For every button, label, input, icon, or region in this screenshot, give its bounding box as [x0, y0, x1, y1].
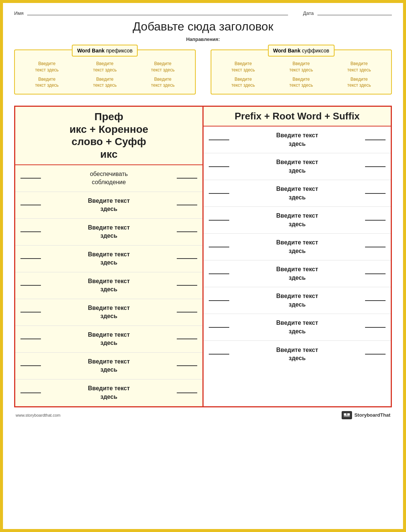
left-panel-header: Префикс + Коренноеслово + Суффикс: [15, 107, 202, 165]
left-word-3: Введите текстздесь: [42, 250, 175, 267]
left-row-4: Введите текстздесь: [15, 272, 202, 299]
right-word-2: Введите текстздесь: [231, 185, 364, 202]
main-content: Префикс + Коренноеслово + Суффикс обеспе…: [14, 106, 392, 407]
right-row-7: Введите текстздесь: [204, 314, 391, 341]
directions-label: Направления:: [186, 36, 220, 42]
right-word-6: Введите текстздесь: [231, 292, 364, 309]
left-row-1: Введите текстздесь: [15, 192, 202, 219]
prefix-cell-0: Введитетекст здесь: [19, 61, 75, 73]
right-word-0: Введите текстздесь: [231, 131, 364, 148]
left-line-7b: [177, 365, 197, 366]
left-line-8a: [20, 392, 41, 393]
right-line-7b: [365, 327, 386, 328]
left-row-3: Введите текстздесь: [15, 246, 202, 272]
right-row-0: Введите текстздесь: [204, 126, 391, 153]
prefix-bank-rest: префиксов: [105, 48, 132, 54]
left-row-5: Введите текстздесь: [15, 299, 202, 326]
left-word-5: Введите текстздесь: [42, 304, 175, 321]
right-line-8a: [209, 354, 229, 355]
right-line-3b: [365, 220, 386, 221]
right-line-6b: [365, 300, 386, 301]
right-line-8b: [365, 354, 386, 355]
left-row-7: Введите текстздесь: [15, 353, 202, 379]
name-line: [27, 15, 288, 15]
right-word-7: Введите текстздесь: [231, 319, 364, 336]
footer-url: www.storyboardthat.com: [16, 413, 60, 417]
left-line-0b: [177, 178, 197, 179]
right-panel-header: Prefix + Root Word + Suffix: [204, 107, 391, 126]
logo-icon: [342, 411, 352, 419]
left-word-6: Введите текстздесь: [42, 331, 175, 347]
word-bank-suffixes: Word Bank суффиксов Введитетекст здесь В…: [211, 49, 392, 94]
word-banks-row: Word Bank префиксов Введитетекст здесь В…: [14, 49, 392, 94]
right-word-3: Введите текстздесь: [231, 212, 364, 228]
right-row-8: Введите текстздесь: [204, 341, 391, 368]
left-row-0: обеспечиватьсоблюдение: [15, 165, 202, 192]
suffix-cell-1: Введитетекст здесь: [273, 61, 329, 73]
right-row-5: Введите текстздесь: [204, 260, 391, 287]
left-line-2a: [20, 231, 41, 232]
right-line-1b: [365, 166, 386, 167]
left-line-5a: [20, 312, 41, 313]
footer: www.storyboardthat.com StoryboardThat: [14, 411, 392, 419]
left-row-2: Введите текстздесь: [15, 219, 202, 246]
storyboard-icon: [343, 413, 351, 418]
left-row-6: Введите текстздесь: [15, 326, 202, 353]
svg-rect-2: [347, 413, 350, 415]
left-line-6a: [20, 339, 41, 339]
right-row-3: Введите текстздесь: [204, 207, 391, 234]
right-row-2: Введите текстздесь: [204, 180, 391, 207]
right-word-1: Введите текстздесь: [231, 158, 364, 175]
prefix-bank-grid: Введитетекст здесь Введитетекст здесь Вв…: [19, 61, 191, 89]
right-panel-title: Prefix + Root Word + Suffix: [234, 110, 359, 122]
left-line-6b: [177, 339, 197, 339]
svg-rect-1: [344, 413, 346, 415]
left-line-2b: [177, 231, 197, 232]
suffix-bank-title: Word Bank суффиксов: [268, 45, 335, 57]
prefix-cell-2: Введитетекст здесь: [135, 61, 191, 73]
right-line-2b: [365, 193, 386, 194]
suffix-cell-0: Введитетекст здесь: [215, 61, 272, 73]
svg-rect-3: [344, 416, 350, 416]
left-word-2: Введите текстздесь: [42, 224, 175, 240]
left-word-8: Введите текстздесь: [42, 384, 175, 401]
prefix-cell-4: Введитетекст здесь: [77, 76, 133, 89]
page: Имя Дата Добавьте сюда заголовок Направл…: [0, 0, 406, 532]
date-line: [317, 15, 392, 15]
right-line-6a: [209, 300, 229, 301]
footer-logo: StoryboardThat: [342, 411, 390, 419]
prefix-bank-bold: Word Bank: [77, 48, 105, 54]
left-line-1a: [20, 205, 41, 205]
suffix-cell-3: Введитетекст здесь: [215, 76, 272, 89]
right-word-5: Введите текстздесь: [231, 265, 364, 282]
prefix-bank-title: Word Bank префиксов: [72, 45, 138, 57]
right-row-1: Введите текстздесь: [204, 153, 391, 180]
word-bank-prefixes: Word Bank префиксов Введитетекст здесь В…: [14, 49, 196, 94]
main-title: Добавьте сюда заголовок: [14, 20, 392, 33]
left-row-8: Введите текстздесь: [15, 379, 202, 406]
left-panel: Префикс + Коренноеслово + Суффикс обеспе…: [15, 107, 204, 406]
date-label: Дата: [303, 10, 314, 16]
left-word-0: обеспечиватьсоблюдение: [42, 170, 175, 187]
right-line-4b: [365, 247, 386, 247]
right-line-0a: [209, 140, 229, 140]
right-panel: Prefix + Root Word + Suffix Введите текс…: [204, 107, 391, 406]
right-line-5a: [209, 273, 229, 274]
right-row-6: Введите текстздесь: [204, 287, 391, 314]
left-line-3b: [177, 258, 197, 259]
right-line-7a: [209, 327, 229, 328]
right-line-1a: [209, 166, 229, 167]
left-word-7: Введите текстздесь: [42, 358, 175, 374]
left-line-3a: [20, 258, 41, 259]
right-line-5b: [365, 273, 386, 274]
left-panel-title: Префикс + Коренноеслово + Суффикс: [21, 110, 196, 160]
right-line-2a: [209, 193, 229, 194]
left-word-1: Введите текстздесь: [42, 197, 175, 214]
left-line-5b: [177, 312, 197, 313]
suffix-cell-5: Введитетекст здесь: [331, 76, 387, 89]
prefix-cell-5: Введитетекст здесь: [135, 76, 191, 89]
plus-2: +: [106, 136, 115, 147]
left-line-1b: [177, 205, 197, 205]
directions-row: Направления:: [14, 36, 392, 42]
right-row-4: Введите текстздесь: [204, 234, 391, 260]
